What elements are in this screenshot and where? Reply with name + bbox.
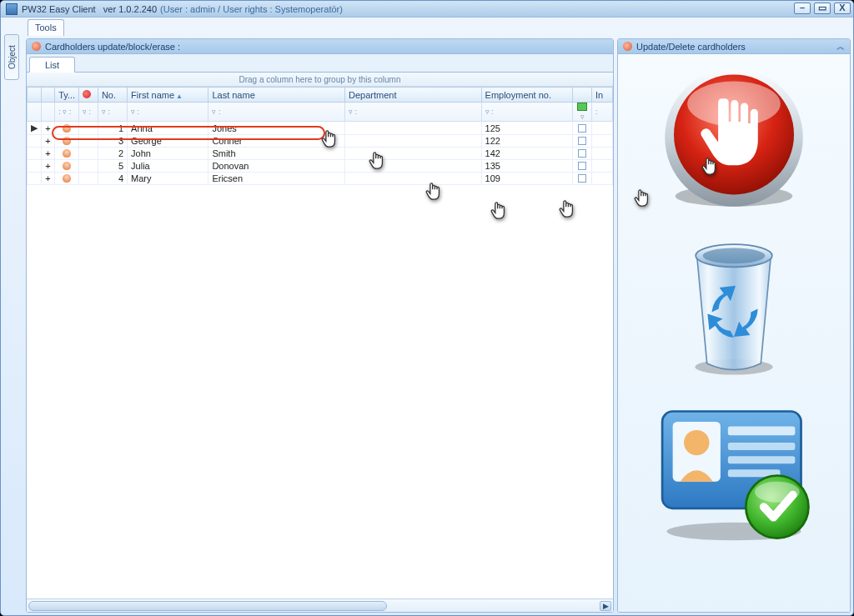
delete-button[interactable]: [676, 236, 792, 378]
blocked-cell: [79, 135, 98, 148]
employment-no-cell: 125: [481, 122, 573, 135]
checkbox-icon[interactable]: [578, 162, 586, 170]
filter-emp[interactable]: ▿ :: [481, 103, 573, 122]
panel-title: Cardholders update/block/erase :: [45, 42, 180, 52]
filter-blocked[interactable]: ▿ :: [79, 103, 98, 122]
checkbox-icon[interactable]: [578, 124, 586, 133]
person-icon: [63, 137, 71, 145]
employment-no-cell: 122: [481, 135, 573, 148]
flag-cell[interactable]: [573, 122, 592, 135]
object-sidetab[interactable]: Object: [4, 34, 19, 80]
col-flag[interactable]: [573, 88, 592, 103]
type-cell: [55, 122, 79, 135]
flag-green-icon: [577, 103, 587, 111]
filter-no[interactable]: ▿ :: [98, 103, 127, 122]
collapse-chevron-icon[interactable]: ︽: [836, 41, 845, 53]
svg-point-10: [684, 430, 709, 455]
filter-flag[interactable]: ▿: [573, 103, 592, 122]
scroll-thumb[interactable]: [28, 601, 387, 611]
in-cell: [592, 122, 613, 135]
cardholders-panel-header: Cardholders update/block/erase :: [27, 39, 613, 54]
department-cell: [344, 148, 481, 160]
col-department[interactable]: Department: [344, 88, 481, 103]
checkbox-icon[interactable]: [578, 137, 586, 145]
blocked-cell: [79, 122, 98, 135]
person-icon: [63, 124, 71, 133]
expand-row-icon[interactable]: +: [41, 148, 55, 160]
cardholder-icon: [623, 42, 632, 51]
col-blocked[interactable]: [79, 88, 98, 103]
table-row[interactable]: +3GeorgeConner122: [28, 135, 613, 148]
flag-cell[interactable]: [573, 160, 592, 173]
expand-row-icon[interactable]: +: [41, 173, 55, 185]
no-cell: 1: [98, 122, 127, 135]
grid: Ty... No. First name▲ Last name Departme…: [27, 87, 613, 612]
col-expand[interactable]: [41, 88, 55, 103]
person-icon: [63, 149, 71, 158]
first-name-cell: Anna: [128, 122, 208, 135]
col-employment-no[interactable]: Employment no.: [481, 88, 573, 103]
table-row[interactable]: +2JohnSmith142: [28, 148, 613, 160]
group-by-bar[interactable]: Drag a column here to group by this colu…: [27, 73, 613, 87]
tab-list[interactable]: List: [29, 57, 75, 73]
in-cell: [592, 148, 613, 160]
department-cell: [344, 122, 481, 135]
last-name-cell: Conner: [208, 135, 345, 148]
sort-asc-icon: ▲: [176, 93, 183, 100]
scroll-right-icon[interactable]: ▶: [600, 601, 611, 611]
cardholder-icon: [32, 42, 41, 51]
tools-menu[interactable]: Tools: [28, 19, 64, 36]
filter-in[interactable]: :: [592, 103, 613, 122]
expand-row-icon[interactable]: +: [41, 160, 55, 173]
table-row[interactable]: +5JuliaDonovan135: [28, 160, 613, 173]
col-in[interactable]: In: [592, 88, 613, 103]
table-row[interactable]: +4MaryEricsen109: [28, 173, 613, 185]
expand-row-icon[interactable]: +: [41, 122, 55, 135]
col-no[interactable]: No.: [98, 88, 127, 103]
col-type[interactable]: Ty...: [55, 88, 79, 103]
actions-panel-title: Update/Delete cardholders: [636, 42, 746, 52]
checkbox-icon[interactable]: [578, 174, 586, 183]
col-indicator[interactable]: [28, 88, 42, 103]
in-cell: [592, 173, 613, 185]
app-window: PW32 Easy Client ver 1.0.2.240 (User : a…: [0, 0, 854, 616]
first-name-cell: Julia: [128, 160, 208, 173]
checkbox-icon[interactable]: [578, 149, 586, 158]
last-name-cell: Smith: [208, 148, 345, 160]
flag-cell[interactable]: [573, 135, 592, 148]
flag-cell[interactable]: [573, 173, 592, 185]
expand-row-icon[interactable]: +: [41, 135, 55, 148]
tabstrip: List: [27, 54, 613, 73]
department-cell: [344, 173, 481, 185]
filter-first[interactable]: ▿ :: [128, 103, 208, 122]
employment-no-cell: 109: [481, 173, 573, 185]
app-title: PW32 Easy Client ver 1.0.2.240: [22, 4, 157, 14]
filter-last[interactable]: ▿ :: [208, 103, 345, 122]
filter-dept[interactable]: ▿ :: [344, 103, 481, 122]
in-cell: [592, 160, 613, 173]
block-icon: [83, 90, 91, 98]
horizontal-scrollbar[interactable]: ▶: [27, 598, 613, 612]
table-row[interactable]: ▶+1AnnaJones125: [28, 122, 613, 135]
blocked-cell: [79, 160, 98, 173]
type-cell: [55, 173, 79, 185]
workspace: Cardholders update/block/erase : List Dr…: [1, 36, 853, 615]
column-header-row: Ty... No. First name▲ Last name Departme…: [28, 88, 613, 103]
update-button[interactable]: [651, 401, 817, 543]
person-icon: [63, 174, 71, 183]
close-button[interactable]: X: [834, 3, 851, 14]
col-first-name[interactable]: First name▲: [128, 88, 208, 103]
filter-type[interactable]: : ▿ :: [55, 103, 79, 122]
col-last-name[interactable]: Last name: [208, 88, 345, 103]
maximize-button[interactable]: ▭: [814, 3, 831, 14]
actions-panel: Update/Delete cardholders ︽: [617, 38, 851, 613]
first-name-cell: George: [128, 135, 208, 148]
minimize-button[interactable]: –: [794, 3, 811, 14]
svg-rect-12: [728, 443, 796, 450]
type-cell: [55, 148, 79, 160]
block-button[interactable]: [659, 63, 809, 213]
department-cell: [344, 160, 481, 173]
type-cell: [55, 160, 79, 173]
titlebar: PW32 Easy Client ver 1.0.2.240 (User : a…: [1, 1, 853, 18]
flag-cell[interactable]: [573, 148, 592, 160]
